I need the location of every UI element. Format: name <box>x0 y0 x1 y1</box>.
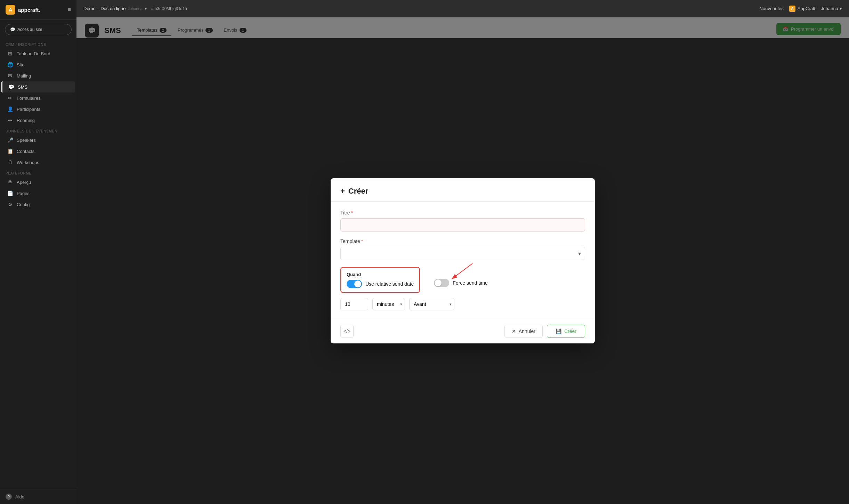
topbar-appcraft: A AppCraft <box>789 6 815 12</box>
workshops-icon: 🗓 <box>7 160 13 165</box>
annuler-icon: ✕ <box>512 328 516 334</box>
topbar-dropdown-icon[interactable]: ▾ <box>145 6 147 11</box>
sidebar-item-site[interactable]: 🌐 Site <box>1 59 75 70</box>
sidebar-section-donnees: DONNÉES DE L'ÉVÉNEMEN <box>0 126 76 135</box>
aide-icon: ? <box>6 494 12 500</box>
creer-button[interactable]: 💾 Créer <box>547 325 585 338</box>
sidebar-item-rooming[interactable]: 🛏 Rooming <box>1 115 75 126</box>
sidebar-section-plateforme: PLATEFORME <box>0 168 76 177</box>
sidebar-item-formulaires[interactable]: ✏ Formulaires <box>1 92 75 104</box>
force-send-toggle[interactable] <box>434 279 449 287</box>
template-select[interactable] <box>340 247 585 260</box>
creer-save-icon: 💾 <box>556 328 561 334</box>
titre-label: Titre * <box>340 210 585 216</box>
access-icon: 💬 <box>10 27 15 32</box>
apercu-icon: 👁 <box>7 179 13 185</box>
duration-row: minutes heures jours ▾ Avant Après ▾ <box>340 298 585 310</box>
sidebar-item-sms[interactable]: 💬 SMS <box>1 81 75 92</box>
topbar-project: Demo – Doc en ligne Johanna ▾ <box>83 6 147 11</box>
site-icon: 🌐 <box>7 62 13 67</box>
sidebar-item-mailing[interactable]: ✉ Mailing <box>1 70 75 81</box>
participants-icon: 👤 <box>7 106 13 112</box>
topbar: Demo – Doc en ligne Johanna ▾ # 53nX0Mbj… <box>76 0 849 17</box>
use-relative-label: Use relative send date <box>365 281 414 287</box>
mailing-icon: ✉ <box>7 73 13 79</box>
sidebar-section-crm: CRM / INSCRIPTIONS <box>0 39 76 48</box>
access-site-button[interactable]: 💬 Accès au site <box>5 24 72 35</box>
quand-label: Quand <box>347 272 414 277</box>
pages-icon: 📄 <box>7 190 13 196</box>
direction-select[interactable]: Avant Après <box>409 298 454 310</box>
template-label: Template * <box>340 238 585 244</box>
topbar-nouveautes[interactable]: Nouveautés <box>759 6 783 11</box>
modal-header: + Créer <box>331 178 595 202</box>
titre-input[interactable] <box>340 218 585 231</box>
titre-field: Titre * <box>340 210 585 231</box>
config-icon: ⚙ <box>7 202 13 207</box>
speakers-icon: 🎤 <box>7 137 13 143</box>
toggle-row: Use relative send date <box>347 280 414 288</box>
modal-overlay[interactable]: + Créer Titre * <box>76 17 849 504</box>
logo-text: appcraft. <box>18 7 40 13</box>
logo-icon: A <box>6 5 15 15</box>
sidebar-item-aide[interactable]: ? Aide <box>6 494 71 500</box>
force-send-row: Force send time <box>434 279 487 287</box>
use-relative-toggle[interactable] <box>347 280 362 288</box>
force-send-label: Force send time <box>453 280 487 286</box>
sidebar-item-workshops[interactable]: 🗓 Workshops <box>1 157 75 168</box>
quand-force-row: Quand Use relative send date Force send … <box>340 267 585 293</box>
duration-unit-select[interactable]: minutes heures jours <box>372 298 405 310</box>
sidebar-item-speakers[interactable]: 🎤 Speakers <box>1 135 75 146</box>
sidebar-item-contacts[interactable]: 📋 Contacts <box>1 146 75 157</box>
duration-number-input[interactable] <box>340 298 368 310</box>
user-dropdown-icon: ▾ <box>840 6 842 11</box>
force-send-wrapper: Force send time <box>434 267 487 287</box>
modal-creer: + Créer Titre * <box>331 178 595 343</box>
direction-wrapper: Avant Après ▾ <box>409 298 454 310</box>
topbar-user[interactable]: Johanna ▾ <box>821 6 842 11</box>
content-area: 💬 SMS Templates 2 Programmés 1 Envois 1 <box>76 17 849 504</box>
formulaires-icon: ✏ <box>7 95 13 101</box>
sidebar-item-tableau[interactable]: ⊞ Tableau De Bord <box>1 48 75 59</box>
template-field: Template * ▾ <box>340 238 585 260</box>
contacts-icon: 📋 <box>7 148 13 154</box>
modal-footer: </> ✕ Annuler 💾 Créer <box>331 319 595 343</box>
sidebar-bottom: ? Aide <box>0 489 76 504</box>
sms-icon: 💬 <box>8 84 14 90</box>
modal-body: Titre * Template * <box>331 202 595 319</box>
sidebar: A appcraft. ≡ 💬 Accès au site CRM / INSC… <box>0 0 76 504</box>
rooming-icon: 🛏 <box>7 117 13 123</box>
quand-box: Quand Use relative send date <box>340 267 420 293</box>
sidebar-item-config[interactable]: ⚙ Config <box>1 199 75 210</box>
main-content: Demo – Doc en ligne Johanna ▾ # 53nX0Mbj… <box>76 0 849 504</box>
appcraft-mini-logo: A <box>789 6 795 12</box>
hamburger-icon[interactable]: ≡ <box>68 7 71 13</box>
template-select-wrapper: ▾ <box>340 247 585 260</box>
duration-unit-wrapper: minutes heures jours ▾ <box>372 298 405 310</box>
sidebar-item-apercu[interactable]: 👁 Aperçu <box>1 177 75 188</box>
sidebar-item-participants[interactable]: 👤 Participants <box>1 104 75 115</box>
annuler-button[interactable]: ✕ Annuler <box>504 325 543 338</box>
topbar-right: Nouveautés A AppCraft Johanna ▾ <box>759 6 842 12</box>
code-button[interactable]: </> <box>340 325 354 338</box>
sidebar-item-pages[interactable]: 📄 Pages <box>1 188 75 199</box>
sidebar-logo: A appcraft. ≡ <box>0 0 76 20</box>
tableau-icon: ⊞ <box>7 51 13 56</box>
